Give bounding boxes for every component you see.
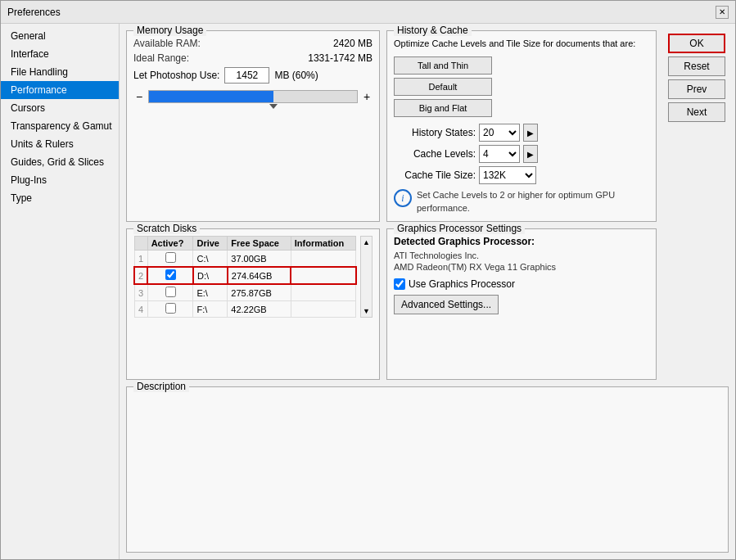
- slider-triangle: [269, 104, 278, 109]
- slider-minus[interactable]: −: [133, 90, 145, 103]
- row-3-num: 3: [134, 284, 147, 301]
- right-spacer: [663, 228, 729, 380]
- history-states-select[interactable]: 20: [479, 124, 520, 142]
- sidebar-item-cursors[interactable]: Cursors: [1, 99, 119, 117]
- next-button[interactable]: Next: [668, 102, 725, 122]
- sidebar-item-units-rulers[interactable]: Units & Rulers: [1, 135, 119, 153]
- table-row[interactable]: 2 D:\ 274.64GB: [134, 267, 356, 284]
- history-states-arrow[interactable]: ▶: [523, 124, 538, 142]
- row-1-free-space: 37.00GB: [228, 251, 291, 268]
- main-content: General Interface File Handling Performa…: [1, 24, 735, 559]
- sidebar-item-guides-grid-slices[interactable]: Guides, Grid & Slices: [1, 153, 119, 171]
- content-area: Memory Usage Available RAM: 2420 MB Idea…: [120, 24, 735, 559]
- scratch-scrollbar[interactable]: ▲ ▼: [360, 236, 373, 318]
- sidebar: General Interface File Handling Performa…: [1, 24, 120, 559]
- sidebar-item-performance[interactable]: Performance: [1, 81, 119, 99]
- prev-button[interactable]: Prev: [668, 79, 725, 99]
- info-icon: i: [394, 189, 412, 207]
- action-buttons: OK Reset Prev Next: [663, 30, 729, 222]
- row-3-free-space: 275.87GB: [228, 284, 291, 301]
- scratch-table-container: Active? Drive Free Space Information 1: [133, 236, 373, 318]
- history-panel-title: History & Cache: [394, 25, 472, 36]
- sidebar-item-general[interactable]: General: [1, 27, 119, 45]
- let-use-suffix: MB (60%): [274, 70, 318, 81]
- cache-tile-row: Cache Tile Size: 128K 132K 256K 512K 102…: [394, 166, 649, 184]
- available-ram-label: Available RAM:: [133, 38, 201, 49]
- available-ram-value: 2420 MB: [333, 38, 373, 49]
- row-4-drive: F:\: [193, 301, 228, 318]
- window-title: Preferences: [7, 7, 61, 18]
- row-1-num: 1: [134, 251, 147, 268]
- let-use-row: Let Photoshop Use: MB (60%): [133, 67, 373, 84]
- gpu-name-line2: AMD Radeon(TM) RX Vega 11 Graphics: [394, 262, 649, 272]
- ok-button[interactable]: OK: [668, 34, 725, 53]
- row-3-drive: E:\: [193, 284, 228, 301]
- memory-panel-title: Memory Usage: [133, 25, 206, 36]
- sidebar-item-file-handling[interactable]: File Handling: [1, 63, 119, 81]
- slider-plus[interactable]: +: [361, 90, 373, 103]
- top-row: Memory Usage Available RAM: 2420 MB Idea…: [126, 30, 729, 222]
- history-states-row: History States: 20 ▶: [394, 124, 649, 142]
- history-description: Optimize Cache Levels and Tile Size for …: [394, 38, 649, 50]
- gpu-info-row: i Set Cache Levels to 2 or higher for op…: [394, 189, 649, 215]
- table-row[interactable]: 3 E:\ 275.87GB: [134, 284, 356, 301]
- row-2-info: [291, 267, 356, 284]
- sidebar-item-interface[interactable]: Interface: [1, 45, 119, 63]
- row-4-num: 4: [134, 301, 147, 318]
- table-row[interactable]: 1 C:\ 37.00GB: [134, 251, 356, 268]
- col-drive: Drive: [193, 237, 228, 251]
- scratch-table: Active? Drive Free Space Information 1: [133, 236, 357, 318]
- memory-slider-container: − +: [133, 90, 373, 103]
- close-button[interactable]: ✕: [716, 6, 729, 19]
- row-2-num: 2: [134, 267, 147, 284]
- gpu-name-line1: ATI Technologies Inc.: [394, 251, 649, 260]
- memory-slider-track[interactable]: [148, 90, 358, 103]
- scroll-track: [361, 248, 372, 305]
- sidebar-item-transparency-gamut[interactable]: Transparency & Gamut: [1, 117, 119, 135]
- col-active: Active?: [147, 237, 193, 251]
- ideal-range-value: 1331-1742 MB: [308, 52, 373, 64]
- sidebar-item-type[interactable]: Type: [1, 189, 119, 207]
- default-button[interactable]: Default: [394, 78, 492, 96]
- scroll-down[interactable]: ▼: [361, 305, 372, 317]
- detected-gpu-label: Detected Graphics Processor:: [394, 236, 649, 247]
- cache-tile-select[interactable]: 128K 132K 256K 512K 1024K: [479, 166, 536, 184]
- use-gpu-checkbox[interactable]: [394, 278, 405, 290]
- scratch-panel-title: Scratch Disks: [133, 223, 200, 234]
- gpu-panel-title: Graphics Processor Settings: [394, 223, 525, 234]
- sidebar-item-plug-ins[interactable]: Plug-Ins: [1, 171, 119, 189]
- row-2-active[interactable]: [147, 267, 193, 284]
- cache-levels-label: Cache Levels:: [394, 148, 476, 160]
- col-num: [134, 237, 147, 251]
- row-3-info: [291, 284, 356, 301]
- scroll-up[interactable]: ▲: [361, 237, 372, 248]
- memory-panel: Memory Usage Available RAM: 2420 MB Idea…: [126, 30, 380, 222]
- let-use-input[interactable]: [224, 67, 269, 84]
- use-gpu-row: Use Graphics Processor: [394, 278, 649, 290]
- preferences-window: Preferences ✕ General Interface File Han…: [0, 0, 736, 560]
- cache-levels-select[interactable]: 4: [479, 145, 520, 163]
- advanced-settings-button[interactable]: Advanced Settings...: [394, 295, 499, 314]
- big-flat-button[interactable]: Big and Flat: [394, 99, 492, 117]
- use-gpu-label: Use Graphics Processor: [409, 278, 515, 290]
- ideal-range-row: Ideal Range: 1331-1742 MB: [133, 52, 373, 64]
- cache-preset-buttons: Tall and Thin Default Big and Flat: [394, 56, 649, 117]
- col-free-space: Free Space: [228, 237, 291, 251]
- available-ram-row: Available RAM: 2420 MB: [133, 38, 373, 49]
- cache-levels-arrow[interactable]: ▶: [523, 145, 538, 163]
- row-3-active[interactable]: [147, 284, 193, 301]
- history-cache-panel: History & Cache Optimize Cache Levels an…: [386, 30, 657, 222]
- info-text: Set Cache Levels to 2 or higher for opti…: [417, 189, 649, 215]
- row-4-active[interactable]: [147, 301, 193, 318]
- tall-thin-button[interactable]: Tall and Thin: [394, 56, 492, 75]
- row-1-active[interactable]: [147, 251, 193, 268]
- reset-button[interactable]: Reset: [668, 56, 725, 76]
- row-4-free-space: 42.22GB: [228, 301, 291, 318]
- ideal-range-label: Ideal Range:: [133, 52, 189, 64]
- gpu-panel: Graphics Processor Settings Detected Gra…: [386, 228, 657, 380]
- table-row[interactable]: 4 F:\ 42.22GB: [134, 301, 356, 318]
- cache-tile-label: Cache Tile Size:: [394, 169, 476, 181]
- bottom-panels-row: Scratch Disks Active? Drive Free Space I…: [126, 228, 729, 380]
- history-states-label: History States:: [394, 127, 476, 138]
- memory-slider-fill: [149, 91, 273, 102]
